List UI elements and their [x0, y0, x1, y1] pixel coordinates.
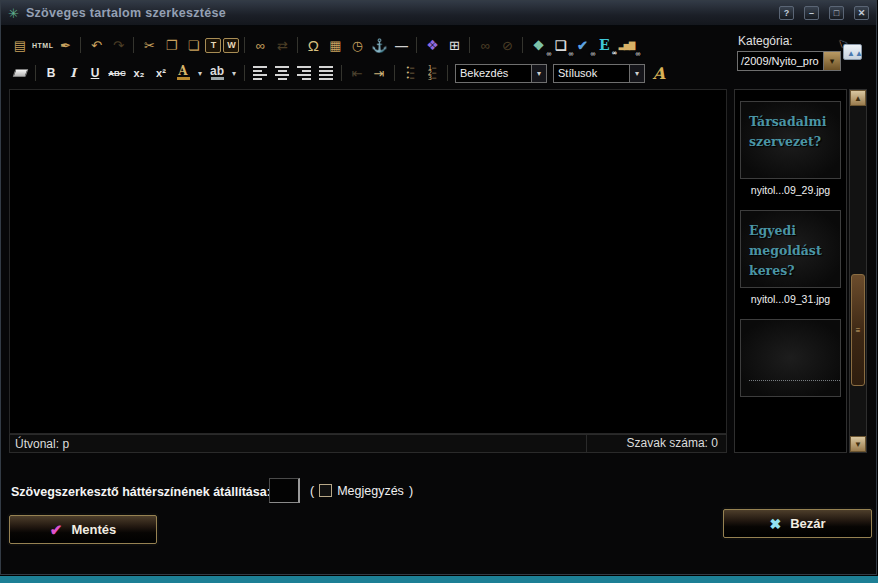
styles-select[interactable]: Stílusok ▾ [553, 64, 645, 83]
scroll-up-icon[interactable]: ▲ [850, 90, 866, 106]
minimize-button[interactable]: – [804, 6, 819, 20]
toolbar-separator [416, 37, 417, 53]
chart-link-icon[interactable]: ▂▅▇ ∞ [616, 35, 636, 55]
editor-dialog: ✳ Szöveges tartalom szerkesztése ? – □ ✕… [0, 0, 877, 575]
embed-e-link-glyph: E [599, 37, 610, 53]
paste-as-text-icon[interactable]: T [205, 38, 221, 53]
save-button[interactable]: ✔ Mentés [9, 515, 157, 544]
category-label: Kategória: [738, 34, 793, 48]
editor-path: Útvonal: p [10, 437, 586, 451]
edit-table-icon[interactable]: ⊞ [444, 35, 464, 55]
scrollbar-thumb[interactable]: ≡ [851, 274, 865, 386]
thumbnail-scrollbar[interactable]: ▲ ≡ ▼ [849, 89, 867, 453]
underline-icon[interactable]: U [85, 63, 105, 83]
align-center-icon[interactable] [272, 63, 292, 83]
toolbar-separator [297, 37, 298, 53]
thumbnail-filename: nyitol...09_31.jpg [740, 293, 841, 306]
paste-from-word-icon[interactable]: W [223, 38, 239, 53]
thumbnail-item[interactable]: Társadalmi szervezet? nyitol...09_29.jpg [740, 101, 841, 197]
toolbar-separator [35, 65, 36, 81]
cleanup-icon[interactable]: ✒ [55, 35, 75, 55]
chart-link-glyph: ▂▅▇ [619, 41, 634, 50]
insert-date-icon[interactable]: ▦ [325, 35, 345, 55]
close-button[interactable]: ✕ [854, 6, 869, 20]
thumbnail-image[interactable]: Egyedi megoldást keres? [740, 210, 841, 288]
word-count: Szavak száma: 0 [586, 435, 726, 452]
insert-image-button[interactable]: ▲▲ ➤ [843, 44, 862, 60]
document-link-icon[interactable]: ❏ ∞ [550, 35, 570, 55]
font-color-bar [177, 77, 190, 80]
html-source-icon[interactable]: HTML [32, 35, 53, 55]
toolbar-row-2: B I U ABC x₂ x² A ▾ ab ▾ ⇤ ⇥ [9, 61, 670, 85]
embed-e-link-icon[interactable]: E ∞ [594, 35, 614, 55]
align-right-icon[interactable] [294, 63, 314, 83]
special-char-icon[interactable]: Ω [303, 35, 323, 55]
thumbnail-image[interactable] [740, 319, 841, 397]
highlight-color-bar [211, 77, 224, 80]
close-dialog-button[interactable]: ✖ Bezár [723, 509, 872, 538]
redo-icon[interactable]: ↷ [108, 35, 128, 55]
anchor-icon[interactable]: ⚓ [369, 35, 389, 55]
unlink-icon[interactable]: ⊘ [497, 35, 517, 55]
bold-icon[interactable]: B [41, 63, 61, 83]
superscript-icon[interactable]: x² [151, 63, 171, 83]
paste-icon[interactable]: ❏ [183, 35, 203, 55]
screen: ✳ Szöveges tartalom szerkesztése ? – □ ✕… [0, 0, 878, 583]
maximize-button[interactable]: □ [829, 6, 844, 20]
category-select[interactable]: /2009/Nyito_pro ▾ [737, 51, 841, 71]
bullet-list-icon[interactable]: •– •– •– [400, 63, 420, 83]
copy-icon[interactable]: ❐ [161, 35, 181, 55]
numbered-list-icon[interactable]: 1– 2– 3– [422, 63, 442, 83]
background-color-label: Szövegszerkesztő háttérszínének átállítá… [11, 485, 271, 499]
thumbnail-noise-line [749, 380, 840, 381]
find-icon[interactable]: ∞ [250, 35, 270, 55]
toolbar-separator [244, 65, 245, 81]
preview-icon[interactable]: ▤ [10, 35, 30, 55]
indent-icon[interactable]: ⇥ [369, 63, 389, 83]
font-color-caret-icon[interactable]: ▾ [195, 63, 205, 83]
toolbar-separator [447, 65, 448, 81]
paragraph-format-select[interactable]: Bekezdés ▾ [455, 64, 547, 83]
font-color-icon[interactable]: A [173, 63, 193, 83]
toolbar-separator [469, 37, 470, 53]
horizontal-rule-icon[interactable]: — [391, 35, 411, 55]
highlight-color-icon[interactable]: ab [207, 63, 227, 83]
editor-content-area[interactable] [9, 89, 727, 434]
font-a-icon[interactable]: A [649, 63, 669, 83]
chevron-down-icon[interactable]: ▾ [531, 65, 546, 82]
toolbar-separator [80, 37, 81, 53]
strikethrough-icon[interactable]: ABC [107, 63, 127, 83]
undo-icon[interactable]: ↶ [86, 35, 106, 55]
scroll-down-icon[interactable]: ▼ [850, 436, 866, 452]
toolbar-separator [522, 37, 523, 53]
app-icon: ✳ [8, 7, 19, 20]
align-justify-icon[interactable] [316, 63, 336, 83]
note-checkbox[interactable] [319, 484, 332, 497]
link-icon[interactable]: ∞ [475, 35, 495, 55]
document-edit-link-icon[interactable]: ✔ ∞ [572, 35, 592, 55]
toolbar-separator [341, 65, 342, 81]
chevron-down-icon[interactable]: ▾ [823, 52, 840, 70]
italic-icon[interactable]: I [63, 63, 83, 83]
subscript-icon[interactable]: x₂ [129, 63, 149, 83]
insert-time-icon[interactable]: ◷ [347, 35, 367, 55]
background-color-swatch[interactable] [269, 478, 300, 503]
thumbnail-item[interactable]: Egyedi megoldást keres? nyitol...09_31.j… [740, 210, 841, 306]
thumbnail-item[interactable] [740, 319, 841, 397]
save-button-label: Mentés [71, 522, 116, 537]
thumbnail-image[interactable]: Társadalmi szervezet? [740, 101, 841, 179]
chevron-down-icon[interactable]: ▾ [629, 65, 644, 82]
eraser-icon[interactable] [10, 63, 30, 83]
image-link-icon[interactable]: ❖ ∞ [528, 35, 548, 55]
cut-icon[interactable]: ✂ [139, 35, 159, 55]
highlight-color-caret-icon[interactable]: ▾ [229, 63, 239, 83]
path-value[interactable]: p [62, 437, 69, 451]
outdent-icon[interactable]: ⇤ [347, 63, 367, 83]
insert-image-icon[interactable]: ❖ [422, 35, 442, 55]
align-left-icon[interactable] [250, 63, 270, 83]
help-button[interactable]: ? [779, 6, 794, 20]
find-replace-icon[interactable]: ⇄ [272, 35, 292, 55]
editor-status-bar: Útvonal: p Szavak száma: 0 [9, 434, 727, 453]
toolbar-separator [133, 37, 134, 53]
window-title: Szöveges tartalom szerkesztése [26, 6, 769, 20]
